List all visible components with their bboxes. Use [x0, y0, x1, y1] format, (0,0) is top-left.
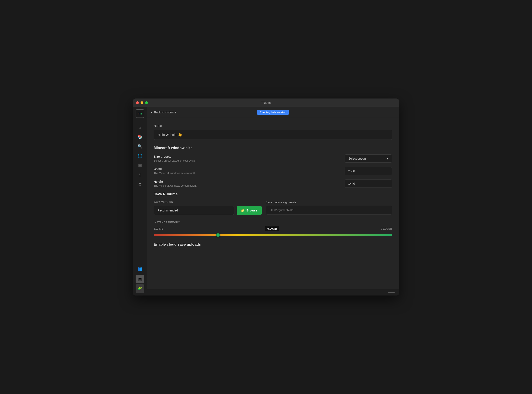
title-bar: FTB App [133, 98, 399, 107]
avatar-icon: ▦ [138, 277, 142, 281]
width-label: Width [154, 167, 345, 171]
sidebar-item-search[interactable]: 🔍 [136, 142, 144, 151]
window-title: FTB App [261, 101, 272, 104]
sidebar-item-settings[interactable]: ⚙ [136, 180, 144, 189]
size-presets-control: Select option ▾ [345, 155, 392, 163]
home-icon: ⌂ [139, 125, 141, 130]
memory-current: 6.00GB [265, 226, 279, 231]
name-label: Name [154, 124, 392, 127]
height-input[interactable] [345, 180, 392, 188]
width-control [345, 167, 392, 175]
memory-labels: 512 MB 6.00GB 32.00GB [154, 226, 392, 231]
book-icon: 📚 [138, 135, 142, 139]
size-presets-dropdown[interactable]: Select option ▾ [345, 155, 392, 163]
beta-badge: Running beta version [257, 110, 289, 115]
settings-icon: ⚙ [138, 182, 142, 187]
java-version-label: JAVA VERSION [154, 201, 262, 203]
bottom-bar [147, 289, 399, 296]
cloud-save-section: Enable cloud save uploads [154, 242, 392, 247]
width-input[interactable] [345, 167, 392, 175]
cloud-save-title: Enable cloud save uploads [154, 242, 392, 247]
sidebar-item-browse[interactable]: 🌐 [136, 152, 144, 160]
java-args-input[interactable] [266, 206, 392, 214]
chevron-down-icon: ▾ [387, 157, 389, 160]
size-presets-row: Size presets Select a preset based on yo… [154, 155, 392, 163]
close-button[interactable] [136, 101, 139, 104]
sidebar-item-minecraft[interactable]: 🧩 [136, 284, 144, 293]
folder-icon: 📁 [241, 209, 245, 212]
memory-min: 512 MB [154, 227, 164, 230]
java-bottom-row: JAVA VERSION 📁 Browse Java runtime argum… [154, 201, 392, 219]
name-input[interactable] [154, 130, 392, 140]
java-version-col: JAVA VERSION 📁 Browse [154, 201, 262, 219]
sidebar-item-home[interactable]: ⌂ [136, 123, 144, 132]
browse-button[interactable]: 📁 Browse [237, 206, 262, 215]
page-content: Name Minecraft window size Size presets … [147, 118, 399, 289]
sidebar-bottom: 👥 ▦ 🧩 [136, 264, 144, 293]
creeper-icon: 🧩 [138, 287, 142, 291]
memory-slider-container [154, 233, 392, 237]
browse-label: Browse [246, 209, 257, 212]
memory-label: INSTANCE MEMORY [154, 221, 392, 223]
java-args-label: Java runtime arguments [266, 201, 392, 204]
search-icon: 🔍 [138, 144, 142, 149]
java-version-row: 📁 Browse [154, 206, 262, 215]
size-presets-value: Select option [348, 157, 366, 160]
app-logo: FTB [136, 109, 144, 118]
size-presets-label: Size presets [154, 155, 345, 158]
nav-bar: ‹ Back to instance Running beta version [147, 107, 399, 118]
avatar[interactable]: ▦ [136, 275, 144, 283]
info-icon: ℹ [139, 173, 141, 177]
sidebar-item-info[interactable]: ℹ [136, 171, 144, 179]
width-desc: The Minecraft windows screen width [154, 172, 345, 175]
memory-section: INSTANCE MEMORY 512 MB 6.00GB 32.00GB [154, 221, 392, 237]
globe-icon: 🌐 [138, 154, 142, 158]
app-window: FTB App FTB ⌂ 📚 🔍 🌐 ▤ ℹ [133, 98, 399, 296]
window-controls [136, 101, 148, 104]
memory-max: 32.00GB [381, 227, 392, 230]
height-label: Height [154, 180, 345, 183]
minimize-button[interactable] [141, 101, 143, 104]
height-control [345, 180, 392, 188]
app-body: FTB ⌂ 📚 🔍 🌐 ▤ ℹ ⚙ [133, 107, 399, 296]
back-button-label: Back to instance [154, 111, 176, 114]
maximize-button[interactable] [145, 101, 148, 104]
java-section: Java Runtime JAVA VERSION 📁 Browse [154, 192, 392, 219]
users-icon: 👥 [138, 266, 142, 271]
back-arrow-icon: ‹ [151, 110, 152, 114]
sidebar-item-users[interactable]: 👥 [136, 264, 144, 273]
height-desc: The Minecraft windows screen height [154, 184, 345, 187]
window-size-title: Minecraft window size [154, 146, 392, 150]
size-presets-desc: Select a preset based on your system [154, 159, 345, 162]
width-row: Width The Minecraft windows screen width [154, 167, 392, 175]
main-content: ‹ Back to instance Running beta version … [147, 107, 399, 296]
list-icon: ▤ [138, 163, 142, 168]
java-args-col: Java runtime arguments [266, 201, 392, 219]
height-row: Height The Minecraft windows screen heig… [154, 180, 392, 188]
back-button[interactable]: ‹ Back to instance [151, 110, 176, 114]
size-presets-info: Size presets Select a preset based on yo… [154, 155, 345, 162]
java-version-input[interactable] [154, 206, 234, 215]
width-info: Width The Minecraft windows screen width [154, 167, 345, 175]
java-section-title: Java Runtime [154, 192, 392, 196]
height-info: Height The Minecraft windows screen heig… [154, 180, 345, 187]
sidebar-item-library[interactable]: 📚 [136, 133, 144, 141]
sidebar-item-modpacks[interactable]: ▤ [136, 161, 144, 170]
sidebar: FTB ⌂ 📚 🔍 🌐 ▤ ℹ ⚙ [133, 107, 147, 296]
scroll-indicator [388, 292, 395, 293]
